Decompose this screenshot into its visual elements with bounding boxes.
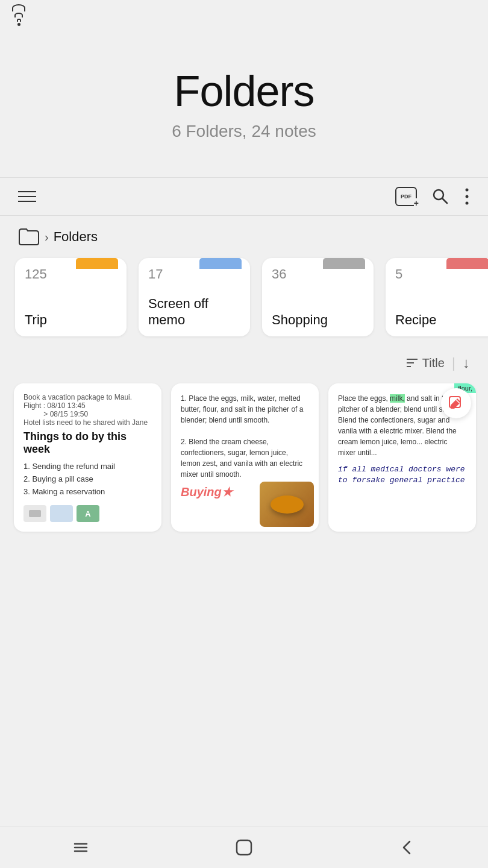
folder-count-screen-off-memo: 17 <box>148 266 163 282</box>
folder-name-trip: Trip <box>25 312 117 328</box>
folder-grid: 125 Trip 17 Screen off memo 36 Shopping … <box>0 252 488 348</box>
note1-title: Things to do by this week <box>23 430 152 456</box>
folder-tab-screen-off-memo <box>199 258 242 269</box>
folder-card-shopping[interactable]: 36 Shopping <box>262 258 374 336</box>
home-button[interactable] <box>216 832 272 863</box>
note3-handwriting: if all medical doctors were to forsake g… <box>338 464 466 486</box>
svg-line-1 <box>442 198 447 203</box>
back-icon <box>399 839 416 856</box>
menu-button[interactable] <box>18 187 36 206</box>
folder-card-recipe[interactable]: 5 Recipe <box>386 258 488 336</box>
breadcrumb-chevron: › <box>45 230 49 244</box>
sort-lines-icon <box>405 357 419 369</box>
folder-count-trip: 125 <box>25 266 47 282</box>
bottom-nav <box>0 826 488 868</box>
more-options-button[interactable] <box>464 187 470 206</box>
sort-bar: Title | ↓ <box>0 348 488 377</box>
edit-fab-button[interactable] <box>441 388 471 418</box>
recent-apps-icon <box>72 839 89 856</box>
svg-point-4 <box>466 202 469 205</box>
search-button[interactable] <box>431 187 449 206</box>
edit-icon <box>448 395 465 412</box>
sort-direction-button[interactable]: ↓ <box>463 354 470 371</box>
folder-tab-recipe <box>446 258 488 269</box>
status-bar <box>0 0 488 30</box>
pdf-icon: PDF + <box>395 187 417 206</box>
recent-apps-button[interactable] <box>54 833 107 862</box>
sort-button[interactable]: Title <box>405 356 445 370</box>
pdf-add-button[interactable]: PDF + <box>395 187 417 206</box>
folder-count-shopping: 36 <box>272 266 286 282</box>
folder-name-shopping: Shopping <box>272 312 364 328</box>
back-button[interactable] <box>381 833 434 862</box>
page-title: Folders <box>174 66 314 116</box>
svg-rect-13 <box>237 840 251 855</box>
home-icon <box>234 838 254 857</box>
folder-name-screen-off-memo: Screen off memo <box>148 296 240 328</box>
sort-divider: | <box>452 354 455 371</box>
sort-title-label: Title <box>422 356 445 370</box>
folder-count-summary: 6 Folders, 24 notes <box>172 122 316 141</box>
folder-name-recipe: Recipe <box>395 312 487 328</box>
folder-tab-shopping <box>323 258 365 269</box>
note1-list: 1. Sending the refund mail 2. Buying a p… <box>23 461 152 498</box>
note-card-1[interactable]: Book a vacation package to Maui. Flight … <box>14 383 161 532</box>
note-card-3[interactable]: flour, Place the eggs, milk, and salt in… <box>328 383 476 532</box>
svg-point-2 <box>466 189 469 192</box>
note-card-2[interactable]: 1. Place the eggs, milk, water, melted b… <box>171 383 319 532</box>
breadcrumb: › Folders <box>0 216 488 252</box>
pancake-image <box>260 482 314 527</box>
more-options-icon <box>464 187 470 206</box>
search-icon <box>431 187 449 206</box>
folder-tab-trip <box>76 258 118 269</box>
wifi-icon <box>12 4 25 26</box>
folder-count-recipe: 5 <box>395 266 402 282</box>
svg-point-3 <box>466 195 469 198</box>
note2-steps: 1. Place the eggs, milk, water, melted b… <box>181 393 309 480</box>
folder-icon <box>18 228 40 246</box>
hero-section: Folders 6 Folders, 24 notes <box>0 30 488 165</box>
breadcrumb-label: Folders <box>54 229 98 245</box>
toolbar: PDF + <box>0 177 488 216</box>
note1-header: Book a vacation package to Maui. Flight … <box>23 393 152 427</box>
folder-card-screen-off-memo[interactable]: 17 Screen off memo <box>139 258 250 336</box>
folder-card-trip[interactable]: 125 Trip <box>15 258 127 336</box>
notes-grid: Book a vacation package to Maui. Flight … <box>0 377 488 580</box>
